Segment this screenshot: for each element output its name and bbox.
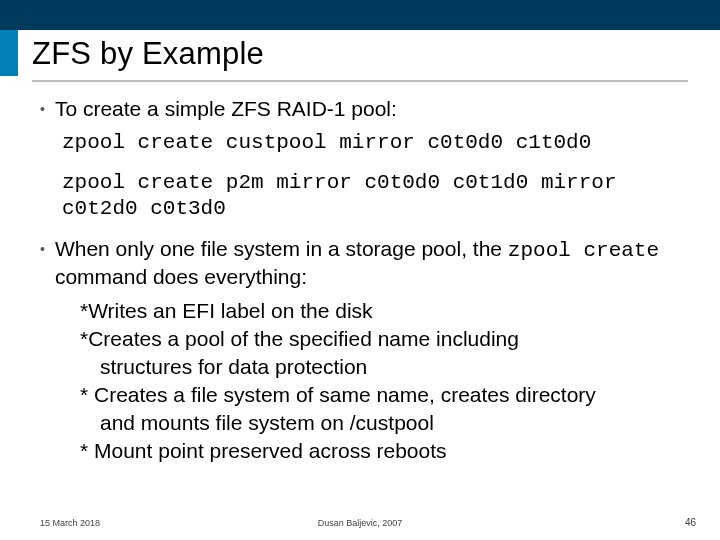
bullet-2-post: command does everything: [55,265,307,288]
bullet-2-text: When only one file system in a storage p… [55,236,680,290]
bullet-1: • To create a simple ZFS RAID-1 pool: [40,96,680,122]
sub-bullet-4: * Mount point preserved across reboots [80,438,680,464]
bullet-2: • When only one file system in a storage… [40,236,680,290]
sub-bullet-3: * Creates a file system of same name, cr… [80,382,680,408]
slide: ZFS by Example • To create a simple ZFS … [0,0,720,540]
inline-code-zpool-create: zpool create [508,239,659,262]
sub-bullet-2: *Creates a pool of the specified name in… [80,326,680,352]
bullet-dot-icon: • [40,238,45,260]
bullet-1-text: To create a simple ZFS RAID-1 pool: [55,96,397,122]
bullet-dot-icon: • [40,98,45,120]
title-underline [32,80,688,82]
slide-title: ZFS by Example [32,36,264,72]
code-block-2: zpool create p2m mirror c0t0d0 c0t1d0 mi… [62,170,680,222]
sub-bullet-1: *Writes an EFI label on the disk [80,298,680,324]
code-block-1: zpool create custpool mirror c0t0d0 c1t0… [62,130,680,156]
slide-body: • To create a simple ZFS RAID-1 pool: zp… [40,96,680,464]
bullet-2-pre: When only one file system in a storage p… [55,237,508,260]
sub-bullet-2-cont: structures for data protection [100,354,680,380]
top-bar [0,0,720,30]
footer-page-number: 46 [685,517,696,528]
sub-bullet-3-cont: and mounts file system on /custpool [100,410,680,436]
footer-author: Dusan Baljevic, 2007 [0,518,720,528]
accent-sidebar [0,30,18,76]
